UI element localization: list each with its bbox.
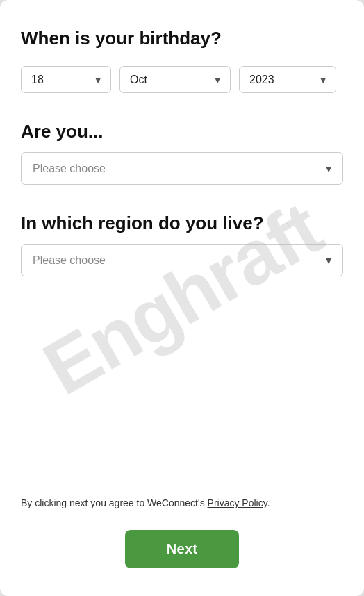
next-button[interactable]: Next xyxy=(125,530,240,568)
region-select-wrapper: Please choose North America Europe Asia … xyxy=(21,244,343,276)
are-you-select[interactable]: Please choose Male Female Non-binary Pre… xyxy=(21,152,343,185)
main-card: Enghraft When is your birthday? 18 123 4… xyxy=(0,0,364,596)
terms-prefix: By clicking next you agree to WeConnect'… xyxy=(21,497,208,508)
day-select-wrapper: 18 123 456 789 101112 131415 161719 2021… xyxy=(21,66,111,93)
terms-suffix: . xyxy=(267,497,270,508)
month-select-wrapper: Jan Feb Mar Apr May Jun Jul Aug Sep Oct … xyxy=(119,66,231,93)
day-select[interactable]: 18 123 456 789 101112 131415 161719 2021… xyxy=(21,66,111,93)
region-select[interactable]: Please choose North America Europe Asia … xyxy=(21,244,343,276)
year-select-wrapper: 2023 2022 2021 2020 2019 2018 2000 1999 … xyxy=(239,66,336,93)
next-button-wrapper: Next xyxy=(21,530,343,568)
birthday-title: When is your birthday? xyxy=(21,28,343,49)
region-title: In which region do you live? xyxy=(21,213,343,234)
birthday-row: 18 123 456 789 101112 131415 161719 2021… xyxy=(21,66,343,93)
month-select[interactable]: Jan Feb Mar Apr May Jun Jul Aug Sep Oct … xyxy=(119,66,231,93)
privacy-policy-link[interactable]: Privacy Policy xyxy=(208,497,267,508)
year-select[interactable]: 2023 2022 2021 2020 2019 2018 2000 1999 … xyxy=(239,66,336,93)
are-you-select-wrapper: Please choose Male Female Non-binary Pre… xyxy=(21,152,343,185)
are-you-title: Are you... xyxy=(21,121,343,142)
terms-text: By clicking next you agree to WeConnect'… xyxy=(21,496,343,511)
